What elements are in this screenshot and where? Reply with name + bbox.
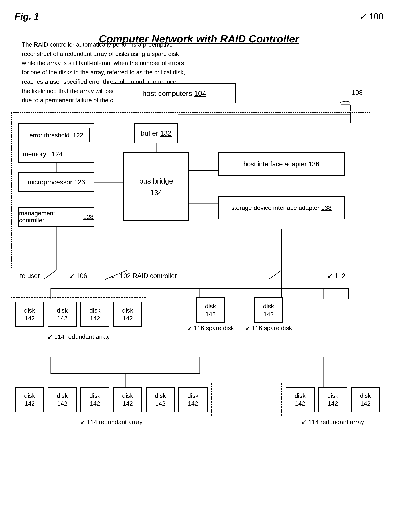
figure-number-value: 100 [369, 12, 384, 21]
disk-box: disk 142 [286, 387, 315, 412]
disk-ref: 142 [123, 400, 133, 407]
error-threshold-label: error threshold [29, 132, 70, 139]
microprocessor-label: microprocessor [28, 178, 72, 186]
host-computers-box: host computers 104 [113, 83, 236, 103]
disk-box: disk 142 [318, 387, 347, 412]
spare-disk-right: disk 142 ↙ 116 spare disk [245, 298, 292, 332]
redundant-array-label-2: ↙ 114 redundant array [11, 418, 212, 425]
host-interface-box: host interface adapter 136 [218, 152, 345, 176]
disk-label: disk [122, 307, 133, 314]
disk-label: disk [327, 392, 338, 399]
redundant-array-1: disk 142 disk 142 disk 142 disk 142 [11, 298, 146, 331]
disk-ref: 142 [188, 400, 198, 407]
disk-ref: 142 [205, 310, 216, 318]
disk-box: disk 142 [178, 387, 208, 412]
disk-ref: 142 [90, 400, 100, 407]
disk-label: disk [188, 392, 198, 399]
redundant-array-label-1: ↙ 114 redundant array [11, 333, 146, 340]
microprocessor-ref: 126 [74, 178, 85, 186]
management-controller-box: management controller 128 [18, 207, 94, 227]
disk-label: disk [57, 392, 68, 399]
disk-box: disk 142 [146, 387, 175, 412]
microprocessor-box: microprocessor 126 [18, 172, 94, 192]
disk-label: disk [90, 392, 100, 399]
buffer-ref: 132 [160, 129, 172, 137]
disk-box: disk 142 [80, 302, 110, 327]
host-interface-label: host interface adapter [243, 160, 307, 168]
spare-disk-center: disk 142 ↙ 116 spare disk [187, 298, 234, 332]
disk-ref: 142 [295, 400, 305, 407]
host-computers-label: host computers [142, 89, 192, 98]
buffer-box: buffer 132 [134, 123, 178, 143]
array-group-bottom-left: disk 142 disk 142 disk 142 disk 142 disk… [11, 383, 212, 425]
storage-device-box: storage device interface adapter 138 [218, 196, 345, 220]
disk-label: disk [155, 392, 166, 399]
disk-box: disk 142 [351, 387, 380, 412]
disk-box: disk 142 [113, 387, 142, 412]
disk-box: disk 142 [15, 387, 44, 412]
disk-label: disk [24, 392, 35, 399]
disk-ref: 142 [90, 315, 100, 322]
host-interface-ref: 136 [308, 160, 319, 168]
svg-line-14 [44, 270, 56, 279]
spare-disk-label-right: ↙ 116 spare disk [245, 324, 292, 332]
figure-number-arrow: ↙ [359, 11, 367, 22]
disk-box: disk 142 [80, 387, 110, 412]
buffer-label: buffer [141, 129, 158, 137]
memory-label: memory 124 [23, 150, 63, 158]
disk-ref: 142 [360, 400, 371, 407]
spare-disk-label-center: ↙ 116 spare disk [187, 324, 234, 332]
disk-ref: 142 [57, 400, 68, 407]
bus-bridge-ref: 134 [150, 187, 162, 198]
disk-label: disk [263, 303, 274, 310]
bus-bridge-label: bus bridge [139, 175, 173, 187]
array-group-bottom-right: disk 142 disk 142 disk 142 ↙ 114 redunda… [281, 383, 384, 425]
disk-label: disk [360, 392, 371, 399]
disk-ref: 142 [123, 315, 133, 322]
disk-label: disk [24, 307, 35, 314]
svg-line-17 [269, 270, 281, 279]
redundant-array-3: disk 142 disk 142 disk 142 [281, 383, 384, 417]
disk-label: disk [295, 392, 306, 399]
ref-112-label: ↙ 112 [327, 272, 345, 280]
bus-bridge-box: bus bridge 134 [124, 152, 189, 221]
management-controller-label: management controller [19, 210, 82, 224]
disk-box: disk 142 [15, 302, 44, 327]
fig-label: Fig. 1 [14, 11, 39, 22]
error-threshold-ref: 122 [73, 132, 83, 139]
spare-disk-box: disk 142 [196, 298, 225, 323]
management-controller-ref: 128 [83, 213, 93, 220]
spare-disk-box-2: disk 142 [254, 298, 283, 323]
disk-ref: 142 [57, 315, 68, 322]
ref-108-label: 108 [352, 89, 363, 96]
disk-label: disk [57, 307, 68, 314]
disk-box: disk 142 [113, 302, 142, 327]
disk-ref: 142 [263, 310, 274, 318]
raid-controller-label: ↙ 102 RAID controller [102, 272, 177, 280]
disk-box: disk 142 [48, 302, 77, 327]
storage-device-ref: 138 [321, 204, 332, 211]
figure-number: ↙ 100 [359, 11, 384, 22]
disk-label: disk [205, 303, 216, 310]
disk-ref: 142 [25, 315, 35, 322]
error-threshold-box: error threshold 122 [23, 128, 90, 142]
host-computers-ref: 104 [194, 89, 206, 98]
disk-ref: 142 [155, 400, 166, 407]
storage-device-label: storage device interface adapter [231, 204, 320, 211]
disk-ref: 142 [25, 400, 35, 407]
disk-label: disk [122, 392, 133, 399]
array-group-left-1: disk 142 disk 142 disk 142 disk 142 ↙ 11… [11, 298, 146, 340]
to-user-label: to user [20, 272, 40, 280]
redundant-array-label-3: ↙ 114 redundant array [281, 418, 384, 425]
disk-ref: 142 [328, 400, 338, 407]
redundant-array-2: disk 142 disk 142 disk 142 disk 142 disk… [11, 383, 212, 417]
disk-label: disk [90, 307, 100, 314]
disk-box: disk 142 [48, 387, 77, 412]
ref-106-label: ↙ 106 [69, 272, 87, 280]
memory-box: error threshold 122 memory 124 [18, 123, 94, 163]
